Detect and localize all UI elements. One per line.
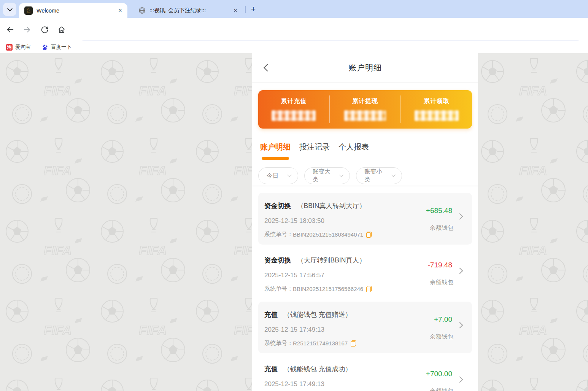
row-datetime: 2025-12-15 17:56:57 — [264, 272, 324, 279]
row-amount: -719.48 — [428, 261, 452, 269]
chevron-right-icon[interactable] — [457, 213, 463, 220]
forward-button[interactable] — [19, 22, 35, 37]
baidu-icon: du — [42, 44, 48, 51]
row-type: 充值 — [264, 310, 278, 319]
order-label: 系统单号： — [264, 231, 293, 238]
tab-divider — [245, 6, 246, 13]
row-wallet: 余额钱包 — [430, 333, 453, 341]
stat-label: 累计提现 — [330, 97, 401, 105]
row-amount: +700.00 — [426, 370, 452, 378]
order-label: 系统单号： — [264, 285, 293, 292]
stat-total-withdraw: 累计提现 — [329, 90, 401, 129]
reload-button[interactable] — [37, 22, 52, 37]
row-wallet: 余额钱包 — [430, 278, 453, 286]
bookmark-aitaobao[interactable]: 淘 爱淘宝 — [3, 42, 34, 52]
tab-search-button[interactable] — [3, 3, 16, 16]
browser-toolbar: 175616.cc/reports/index — [0, 18, 588, 41]
masked-value — [344, 110, 386, 121]
masked-value — [272, 110, 316, 121]
section-tabs: 账户明细 投注记录 个人报表 — [260, 137, 478, 160]
masked-value — [415, 110, 459, 121]
transaction-row[interactable]: 充值 （钱能钱包 充值赠送） 2025-12-15 17:49:13 系统单号：… — [258, 302, 472, 353]
stat-total-claimed: 累计领取 — [400, 90, 472, 129]
bookmarks-bar: 淘 爱淘宝 du 百度一下 — [0, 41, 588, 53]
copy-icon[interactable] — [366, 286, 372, 292]
chevron-down-icon — [287, 173, 291, 177]
row-wallet: 余额钱包 — [430, 387, 453, 391]
filter-minor-type-dropdown[interactable]: 账变小类 — [356, 167, 402, 184]
taobao-icon: 淘 — [6, 44, 13, 51]
totals-card: 累计充值 累计提现 累计领取 — [258, 90, 472, 129]
stat-label: 累计充值 — [258, 97, 329, 105]
row-amount: +7.00 — [434, 315, 452, 324]
order-number: BBIN202512151803494071 — [293, 231, 363, 238]
row-order: 系统单号： BBIN202512151756566246 — [264, 285, 372, 292]
filter-label: 账变小类 — [364, 168, 385, 184]
row-wallet: 余额钱包 — [430, 224, 453, 232]
copy-icon[interactable] — [351, 340, 356, 346]
bookmark-label: 百度一下 — [51, 44, 72, 51]
chevron-right-icon[interactable] — [457, 377, 463, 383]
page-background: FIFA 账户明细 累计充值 累计提现 累计领取 — [0, 53, 588, 391]
row-datetime: 2025-12-15 18:03:50 — [264, 217, 324, 225]
forward-arrow-icon — [23, 25, 31, 34]
browser-tab-welcome[interactable]: ♘ Welcome × — [19, 3, 127, 18]
row-type: 资金切换 — [264, 201, 291, 210]
page-title: 账户明细 — [252, 62, 478, 73]
tab-title: :::视讯, 会员下注纪录::: — [149, 7, 228, 14]
filter-label: 今日 — [267, 172, 278, 180]
chevron-right-icon[interactable] — [457, 268, 463, 274]
filter-major-type-dropdown[interactable]: 账变大类 — [304, 167, 350, 184]
new-tab-button[interactable]: + — [248, 4, 259, 15]
chevron-down-icon — [7, 6, 12, 11]
page-header: 账户明细 — [252, 53, 478, 83]
row-datetime: 2025-12-15 17:49:13 — [264, 326, 324, 334]
row-datetime: 2025-12-15 17:49:13 — [264, 380, 324, 388]
stat-total-deposit: 累计充值 — [258, 90, 329, 129]
row-amount: +685.48 — [426, 207, 452, 215]
copy-icon[interactable] — [366, 232, 372, 238]
transaction-row[interactable]: 资金切换 （大厅转到BBIN真人） 2025-12-15 17:56:57 系统… — [258, 247, 472, 299]
bookmark-baidu[interactable]: du 百度一下 — [39, 42, 75, 52]
svg-text:du: du — [44, 48, 46, 49]
globe-icon — [138, 7, 146, 14]
tab-strip: ♘ Welcome × :::视讯, 会员下注纪录::: × + — [0, 0, 588, 18]
row-type: 资金切换 — [264, 256, 291, 265]
row-detail: （大厅转到BBIN真人） — [297, 256, 366, 265]
browser-tab-records[interactable]: :::视讯, 会员下注纪录::: × — [134, 3, 243, 18]
tab-title: Welcome — [37, 8, 113, 14]
tab-account-detail[interactable]: 账户明细 — [260, 137, 291, 160]
filter-bar: 今日 账变大类 账变小类 — [258, 167, 402, 184]
back-arrow-icon — [6, 25, 14, 34]
bookmark-label: 爱淘宝 — [15, 44, 31, 51]
order-number: R2512151749138167 — [293, 340, 348, 346]
reload-icon — [41, 26, 49, 34]
row-order: 系统单号： BBIN202512151803494071 — [264, 231, 372, 238]
home-button[interactable] — [54, 22, 69, 37]
transaction-row[interactable]: 资金切换 （BBIN真人转到大厅） 2025-12-15 18:03:50 系统… — [258, 193, 472, 245]
close-icon[interactable]: × — [232, 7, 239, 14]
home-icon — [57, 25, 66, 34]
tab-label: 个人报表 — [338, 143, 369, 151]
row-detail: （BBIN真人转到大厅） — [297, 201, 366, 210]
order-number: BBIN202512151756566246 — [293, 286, 363, 292]
chevron-down-icon — [339, 173, 343, 177]
row-detail: （钱能钱包 充值赠送） — [283, 310, 352, 319]
transaction-list: 资金切换 （BBIN真人转到大厅） 2025-12-15 18:03:50 系统… — [258, 193, 472, 391]
stat-label: 累计领取 — [401, 97, 472, 105]
tab-personal-report[interactable]: 个人报表 — [338, 137, 369, 160]
chevron-right-icon[interactable] — [457, 322, 463, 329]
account-detail-panel: 账户明细 累计充值 累计提现 累计领取 账户明细 投注记录 — [252, 53, 478, 391]
tab-label: 账户明细 — [260, 143, 291, 151]
close-icon[interactable]: × — [117, 7, 124, 14]
transaction-row[interactable]: 充值 （钱能钱包 充值成功） 2025-12-15 17:49:13 +700.… — [258, 356, 472, 391]
filter-date-dropdown[interactable]: 今日 — [258, 167, 298, 184]
row-detail: （钱能钱包 充值成功） — [283, 364, 352, 374]
row-order: 系统单号： R2512151749138167 — [264, 340, 356, 347]
panel-scrollbar-thumb[interactable] — [474, 109, 477, 127]
chevron-down-icon — [391, 173, 396, 177]
back-button[interactable] — [3, 22, 18, 37]
site-favicon: ♘ — [24, 6, 33, 15]
tab-bet-records[interactable]: 投注记录 — [299, 137, 330, 160]
filter-label: 账变大类 — [313, 168, 333, 184]
